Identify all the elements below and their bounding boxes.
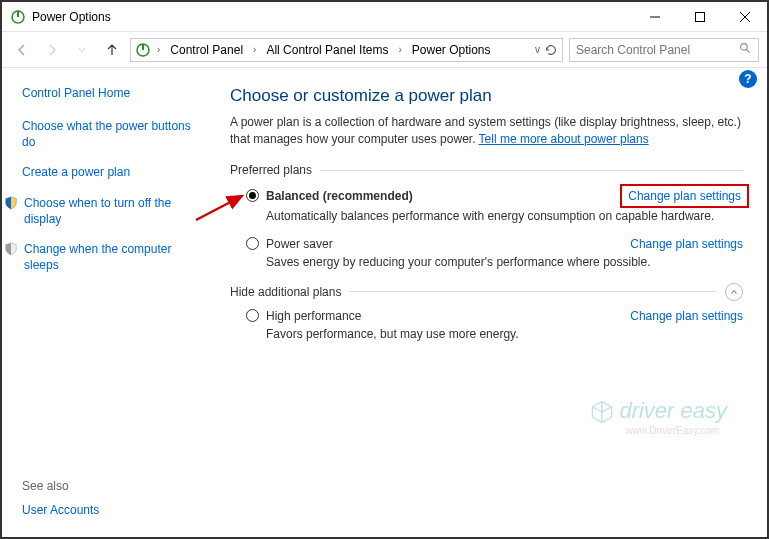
- change-plan-settings-high[interactable]: Change plan settings: [630, 309, 743, 323]
- sidebar-link-turn-off-display[interactable]: Choose when to turn off the display: [4, 195, 200, 227]
- refresh-icon[interactable]: [544, 43, 558, 57]
- search-field[interactable]: [576, 43, 739, 57]
- balanced-radio[interactable]: [246, 189, 259, 202]
- power-saver-plan-desc: Saves energy by reducing your computer's…: [266, 255, 743, 269]
- control-panel-home-link[interactable]: Control Panel Home: [22, 86, 200, 100]
- maximize-button[interactable]: [677, 2, 722, 31]
- breadcrumb[interactable]: › Control Panel › All Control Panel Item…: [130, 38, 563, 62]
- close-button[interactable]: [722, 2, 767, 31]
- chevron-right-icon[interactable]: ›: [394, 44, 405, 55]
- tell-me-more-link[interactable]: Tell me more about power plans: [479, 132, 649, 146]
- preferred-plans-header: Preferred plans: [230, 163, 743, 177]
- svg-line-9: [746, 49, 749, 52]
- sidebar-link-power-buttons[interactable]: Choose what the power buttons do: [22, 118, 200, 150]
- svg-rect-1: [17, 11, 19, 17]
- recent-dropdown[interactable]: [70, 38, 94, 62]
- power-options-icon: [10, 9, 26, 25]
- svg-rect-3: [695, 12, 704, 21]
- sidebar-link-computer-sleeps[interactable]: Change when the computer sleeps: [4, 241, 200, 273]
- power-options-icon: [135, 42, 151, 58]
- watermark: driver easy www.DriverEasy.com: [589, 398, 727, 436]
- shield-icon: [4, 196, 18, 210]
- back-button[interactable]: [10, 38, 34, 62]
- sidebar-link-label: Change when the computer sleeps: [24, 241, 200, 273]
- hide-additional-plans-header: Hide additional plans: [230, 285, 341, 299]
- search-input[interactable]: [569, 38, 759, 62]
- chevron-right-icon[interactable]: ›: [249, 44, 260, 55]
- sidebar-link-label: Choose when to turn off the display: [24, 195, 200, 227]
- high-performance-radio[interactable]: [246, 309, 259, 322]
- page-description: A power plan is a collection of hardware…: [230, 114, 743, 149]
- forward-button[interactable]: [40, 38, 64, 62]
- shield-icon: [4, 242, 18, 256]
- svg-rect-7: [142, 44, 144, 50]
- breadcrumb-item[interactable]: Control Panel: [166, 41, 247, 59]
- svg-point-8: [741, 43, 748, 50]
- balanced-plan-desc: Automatically balances performance with …: [266, 209, 743, 223]
- chevron-down-icon[interactable]: v: [535, 44, 540, 55]
- user-accounts-link[interactable]: User Accounts: [22, 503, 99, 517]
- cube-icon: [589, 399, 615, 425]
- power-saver-plan-name: Power saver: [266, 237, 630, 251]
- window-title: Power Options: [32, 10, 632, 24]
- breadcrumb-item[interactable]: All Control Panel Items: [262, 41, 392, 59]
- search-icon[interactable]: [739, 42, 752, 58]
- balanced-plan-name: Balanced (recommended): [266, 189, 626, 203]
- sidebar-link-create-plan[interactable]: Create a power plan: [22, 164, 200, 180]
- change-plan-settings-balanced[interactable]: Change plan settings: [620, 184, 749, 208]
- up-button[interactable]: [100, 38, 124, 62]
- see-also-header: See also: [22, 479, 99, 493]
- minimize-button[interactable]: [632, 2, 677, 31]
- collapse-button[interactable]: [725, 283, 743, 301]
- high-performance-plan-name: High performance: [266, 309, 630, 323]
- breadcrumb-item[interactable]: Power Options: [408, 41, 495, 59]
- high-performance-plan-desc: Favors performance, but may use more ene…: [266, 327, 743, 341]
- page-heading: Choose or customize a power plan: [230, 86, 743, 106]
- change-plan-settings-saver[interactable]: Change plan settings: [630, 237, 743, 251]
- power-saver-radio[interactable]: [246, 237, 259, 250]
- chevron-right-icon[interactable]: ›: [153, 44, 164, 55]
